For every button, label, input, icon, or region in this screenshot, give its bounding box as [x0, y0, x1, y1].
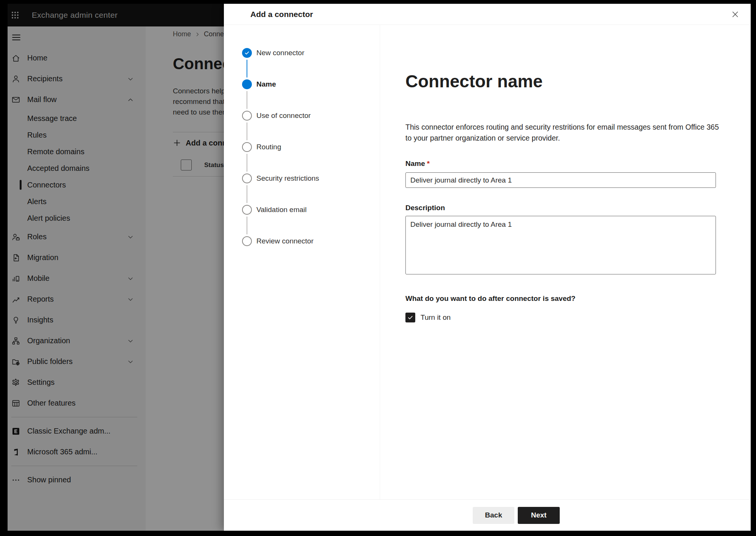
step-connector-line — [247, 122, 247, 140]
wizard-step-label: Use of connector — [256, 111, 311, 121]
turn-it-on-checkbox-row[interactable]: Turn it on — [405, 313, 728, 322]
turn-it-on-label: Turn it on — [421, 313, 451, 322]
dialog-header: Add a connector — [224, 4, 751, 25]
checkbox-checked-icon — [405, 313, 415, 322]
wizard-step-review-connector[interactable]: Review connector — [242, 236, 380, 268]
dialog-content: Connector name This connector enforces r… — [380, 25, 751, 499]
wizard-step-use-of-connector[interactable]: Use of connector — [242, 111, 380, 142]
wizard-step-label: Name — [256, 79, 276, 89]
step-pending-icon — [242, 205, 252, 215]
wizard-step-security-restrictions[interactable]: Security restrictions — [242, 174, 380, 205]
step-pending-icon — [242, 236, 252, 246]
wizard-step-routing[interactable]: Routing — [242, 142, 380, 174]
step-description: This connector enforces routing and secu… — [405, 122, 721, 144]
wizard-steps: New connectorNameUse of connectorRouting… — [224, 25, 380, 499]
screen: Exchange admin center HomeRecipientsMail… — [8, 4, 751, 531]
add-connector-dialog: Add a connector New connectorNameUse of … — [224, 4, 751, 531]
wizard-step-new-connector[interactable]: New connector — [242, 48, 380, 79]
connector-description-textarea[interactable]: Deliver journal directly to Area 1 — [405, 216, 716, 274]
next-button[interactable]: Next — [518, 507, 560, 524]
step-heading: Connector name — [405, 71, 728, 91]
wizard-step-label: New connector — [256, 48, 304, 58]
dialog-title: Add a connector — [250, 10, 313, 19]
after-save-question: What do you want to do after connector i… — [405, 294, 728, 303]
step-connector-line — [247, 91, 247, 109]
dialog-footer: Back Next — [224, 499, 751, 531]
step-completed-icon — [242, 48, 252, 58]
connector-name-input[interactable] — [405, 172, 716, 188]
required-asterisk: * — [427, 160, 430, 167]
wizard-step-label: Security restrictions — [256, 174, 319, 183]
name-field-label: Name* — [405, 160, 728, 168]
step-connector-line — [247, 60, 247, 77]
step-connector-line — [247, 185, 247, 203]
description-field-label: Description — [405, 204, 728, 212]
wizard-step-name[interactable]: Name — [242, 79, 380, 111]
dialog-body: New connectorNameUse of connectorRouting… — [224, 25, 751, 499]
step-pending-icon — [242, 111, 252, 121]
step-connector-line — [247, 217, 247, 234]
wizard-step-label: Review connector — [256, 236, 314, 246]
back-button[interactable]: Back — [473, 507, 514, 524]
wizard-step-validation-email[interactable]: Validation email — [242, 205, 380, 236]
step-connector-line — [247, 154, 247, 172]
step-active-icon — [242, 79, 252, 89]
close-icon[interactable] — [730, 9, 741, 20]
wizard-step-label: Validation email — [256, 205, 307, 215]
wizard-step-label: Routing — [256, 142, 281, 152]
step-pending-icon — [242, 142, 252, 152]
step-pending-icon — [242, 174, 252, 183]
